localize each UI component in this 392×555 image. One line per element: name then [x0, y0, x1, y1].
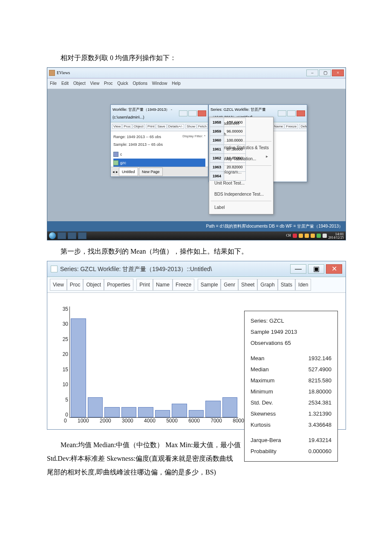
- menu-window[interactable]: Window: [152, 81, 167, 86]
- menu-view[interactable]: View: [90, 81, 100, 86]
- intro-text: 相对于原数列取 0 均值序列操作如下：: [47, 51, 345, 65]
- sr-btn-name[interactable]: Name: [273, 124, 284, 129]
- stat-value: 3.436648: [308, 419, 331, 431]
- wf-item-gzc[interactable]: gzc: [113, 159, 205, 167]
- rw-close-button[interactable]: ✕: [326, 264, 342, 274]
- menu-help[interactable]: Help: [172, 81, 181, 86]
- stat-row: Kurtosis3.436648: [251, 419, 331, 431]
- rw-btn-sheet[interactable]: Sheet: [238, 279, 257, 291]
- menu-edit[interactable]: Edit: [61, 81, 69, 86]
- rw-btn-object[interactable]: Object: [83, 279, 104, 291]
- tray-icon[interactable]: [299, 234, 303, 238]
- taskbar-app-explorer[interactable]: [68, 232, 76, 239]
- stat-label: Skewness: [251, 408, 276, 419]
- wf-btn-view[interactable]: View: [112, 124, 122, 129]
- tray-icon[interactable]: [323, 234, 327, 238]
- sr-btn-freeze[interactable]: Freeze: [285, 124, 298, 129]
- result-title: Series: GZCL Workfile: 甘蔗产量（1949-2013）::…: [60, 263, 212, 275]
- histogram-result-window: Series: GZCL Workfile: 甘蔗产量（1949-2013）::…: [47, 261, 346, 430]
- series-data-grid: 1958137.6000 195996.00000 1960100.0000 1…: [210, 118, 246, 181]
- tray-icon[interactable]: [305, 234, 309, 238]
- stat-label: Mean: [251, 353, 265, 364]
- sr-min-button[interactable]: [278, 110, 286, 116]
- table-row: 1958137.6000: [210, 118, 246, 127]
- wf-tab-new[interactable]: New Page: [139, 168, 163, 176]
- minimize-button[interactable]: –: [306, 69, 318, 76]
- stat-row: Minimum18.80000: [251, 386, 331, 397]
- stat-value: 1.321390: [308, 408, 331, 419]
- stat-row: Probability 0.000060: [251, 446, 331, 457]
- wf-btn-fetch[interactable]: Fetch: [197, 124, 208, 129]
- taskbar-app-ie[interactable]: [58, 232, 66, 239]
- workfile-tabs: ◂ ▸ Untitled New Page: [111, 167, 208, 176]
- menu-quick[interactable]: Quick: [117, 81, 128, 86]
- stats-obs: Observations 65: [251, 338, 331, 349]
- rw-min-button[interactable]: —: [290, 264, 306, 274]
- rw-btn-iden[interactable]: Iden: [295, 279, 311, 291]
- windows-taskbar: CH 14:01 2014/12/25: [47, 231, 346, 240]
- app-statusbar: Path = d:\我的资料库\documents DB = db WF = 甘…: [47, 221, 346, 231]
- app-menubar: File Edit Object View Proc Quick Options…: [47, 78, 346, 89]
- wf-min-button[interactable]: [179, 110, 187, 116]
- menu-object[interactable]: Object: [73, 81, 86, 86]
- taskbar-app-eviews[interactable]: [78, 232, 86, 239]
- wf-tab-untitled[interactable]: Untitled: [119, 168, 138, 176]
- series-window: Series: GZCL Workfile: 甘蔗产量（1949-2013）::…: [208, 104, 307, 182]
- menu-options[interactable]: Options: [133, 81, 147, 86]
- rw-max-button[interactable]: ▣: [308, 264, 324, 274]
- rw-btn-genr[interactable]: Genr: [221, 279, 238, 291]
- stats-panel: Series: GZCL Sample 1949 2013 Observatio…: [244, 311, 338, 462]
- stats-sample: Sample 1949 2013: [251, 327, 331, 338]
- rw-btn-proc[interactable]: Proc: [67, 279, 84, 291]
- bar: [222, 397, 238, 417]
- tray-icon[interactable]: [293, 234, 297, 238]
- stat-label: Median: [251, 364, 269, 375]
- stat-row: Maximum8215.580: [251, 375, 331, 386]
- stats-series: Series: GZCL: [251, 315, 331, 327]
- wf-close-button[interactable]: [198, 110, 206, 116]
- table-row: 196218.80000: [210, 154, 246, 163]
- maximize-button[interactable]: ▢: [319, 69, 331, 76]
- stat-row: Mean1932.146: [251, 353, 331, 364]
- stat-value: 2534.381: [308, 397, 331, 408]
- wf-btn-details[interactable]: Details+/-: [167, 124, 184, 129]
- x-axis-ticks: 010002000300040005000600070008000: [64, 416, 244, 426]
- stat-label: Kurtosis: [251, 419, 271, 431]
- stat-label: Jarque-Bera: [251, 435, 281, 446]
- rw-btn-sample[interactable]: Sample: [198, 279, 221, 291]
- wf-btn-print[interactable]: Print: [146, 124, 156, 129]
- tray-icon[interactable]: [317, 234, 321, 238]
- rw-btn-graph[interactable]: Graph: [257, 279, 277, 291]
- bar: [205, 401, 221, 417]
- stat-value: 0.000060: [308, 446, 331, 457]
- wf-btn-show[interactable]: Show: [185, 124, 196, 129]
- stat-value: 8215.580: [308, 375, 331, 386]
- rw-btn-properties[interactable]: Properties: [104, 279, 133, 291]
- mi-bds[interactable]: BDS Independence Test...: [209, 189, 273, 200]
- mi-label[interactable]: Label: [209, 202, 273, 213]
- rw-btn-freeze[interactable]: Freeze: [173, 279, 194, 291]
- rw-btn-print[interactable]: Print: [136, 279, 153, 291]
- tray-icon[interactable]: [311, 234, 315, 238]
- close-button[interactable]: ×: [332, 69, 344, 76]
- start-button[interactable]: [49, 232, 56, 239]
- sr-close-button[interactable]: [297, 110, 305, 116]
- histogram-chart: 35302520151050 0100020003000400050006000…: [69, 306, 238, 418]
- stat-label: Maximum: [251, 375, 274, 386]
- menu-proc[interactable]: Proc: [104, 81, 113, 86]
- sr-max-button[interactable]: [287, 110, 296, 116]
- table-row: 196137.38000: [210, 145, 246, 154]
- step-text: 第一步，找出原数列的 Mean（均值），操作如上。结果如下。: [47, 245, 345, 258]
- rw-btn-view[interactable]: View: [50, 279, 67, 291]
- rw-btn-stats[interactable]: Stats: [278, 279, 295, 291]
- wf-btn-save[interactable]: Save: [156, 124, 166, 129]
- result-titlebar: Series: GZCL Workfile: 甘蔗产量（1949-2013）::…: [47, 261, 346, 277]
- app-icon: [49, 70, 55, 76]
- wf-btn-object[interactable]: Object: [133, 124, 145, 129]
- wf-max-button[interactable]: [188, 110, 197, 116]
- menu-file[interactable]: File: [50, 81, 57, 86]
- sr-btn-default[interactable]: Default: [299, 124, 307, 129]
- wf-btn-proc[interactable]: Proc: [122, 124, 132, 129]
- wf-item-c[interactable]: c: [113, 150, 205, 159]
- rw-btn-name[interactable]: Name: [153, 279, 173, 291]
